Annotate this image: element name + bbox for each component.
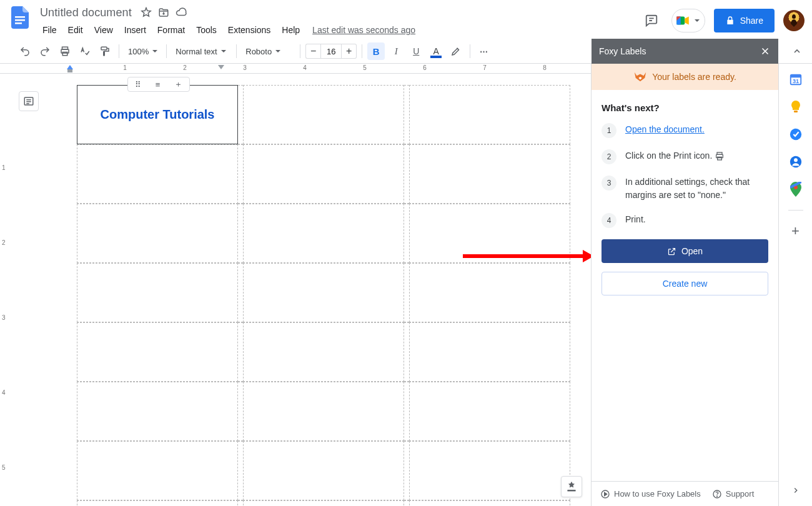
maps-app-icon[interactable] xyxy=(789,182,803,196)
bold-button[interactable]: B xyxy=(367,42,385,60)
menu-extensions[interactable]: Extensions xyxy=(223,22,275,37)
svg-rect-0 xyxy=(15,16,25,18)
label-cell[interactable] xyxy=(243,144,404,204)
label-cell[interactable] xyxy=(77,322,238,382)
menu-tools[interactable]: Tools xyxy=(191,22,222,37)
docs-logo[interactable] xyxy=(7,5,32,30)
print-icon xyxy=(715,151,725,161)
menu-format[interactable]: Format xyxy=(152,22,190,37)
label-cell[interactable] xyxy=(77,500,238,506)
label-cell[interactable] xyxy=(243,322,404,382)
document-outline-button[interactable] xyxy=(19,91,39,111)
play-circle-icon xyxy=(600,489,610,499)
tasks-app-icon[interactable] xyxy=(789,127,803,141)
lock-icon xyxy=(725,16,735,26)
label-cell[interactable] xyxy=(243,263,404,322)
step-2: 2 Click on the Print icon. xyxy=(602,149,768,164)
menu-view[interactable]: View xyxy=(89,22,118,37)
last-edit-link[interactable]: Last edit was seconds ago xyxy=(312,25,415,35)
panel-footer: How to use Foxy Labels Support xyxy=(592,481,778,506)
underline-button[interactable]: U xyxy=(407,42,425,60)
undo-button[interactable] xyxy=(16,42,34,60)
right-app-rail: 31 + xyxy=(778,64,812,506)
label-cell[interactable] xyxy=(77,204,238,263)
zoom-dropdown[interactable]: 100% xyxy=(124,42,161,60)
move-icon[interactable] xyxy=(158,7,169,18)
label-cell[interactable] xyxy=(77,263,238,322)
spellcheck-button[interactable] xyxy=(76,42,94,60)
share-label: Share xyxy=(740,16,763,26)
menu-edit[interactable]: Edit xyxy=(63,22,88,37)
label-cell[interactable] xyxy=(243,204,404,263)
menu-insert[interactable]: Insert xyxy=(119,22,151,37)
label-cell[interactable] xyxy=(409,500,570,506)
svg-point-16 xyxy=(716,495,717,496)
chevron-down-icon xyxy=(221,50,226,52)
more-tools-button[interactable]: ⋯ xyxy=(475,42,493,60)
label-cell[interactable]: ⠿≡＋Computer Tutorials xyxy=(77,85,238,144)
calendar-app-icon[interactable]: 31 xyxy=(789,72,803,86)
cloud-status-icon[interactable] xyxy=(176,7,187,18)
page-canvas[interactable]: ⠿≡＋Computer Tutorials xyxy=(21,74,583,506)
support-link[interactable]: Support xyxy=(712,489,755,499)
create-new-button[interactable]: Create new xyxy=(602,272,768,295)
font-size-value[interactable]: 16 xyxy=(320,44,342,59)
paragraph-style-dropdown[interactable]: Normal text xyxy=(172,42,231,60)
print-button[interactable] xyxy=(56,42,74,60)
label-cell[interactable] xyxy=(409,263,570,322)
comments-icon[interactable] xyxy=(640,9,663,32)
label-cell[interactable] xyxy=(243,441,404,500)
svg-point-23 xyxy=(794,158,798,162)
paint-format-button[interactable] xyxy=(96,42,114,60)
chevron-down-icon xyxy=(695,19,700,22)
font-size-decrease[interactable]: − xyxy=(305,44,320,59)
star-icon[interactable] xyxy=(141,7,152,18)
hide-menus-button[interactable] xyxy=(788,42,806,60)
document-title[interactable]: Untitled document xyxy=(37,5,134,21)
label-cell[interactable] xyxy=(77,441,238,500)
label-cell[interactable] xyxy=(243,85,404,144)
explore-button[interactable] xyxy=(561,476,582,497)
help-circle-icon xyxy=(712,489,722,499)
share-button[interactable]: Share xyxy=(714,9,775,32)
highlight-button[interactable] xyxy=(447,42,465,60)
contacts-app-icon[interactable] xyxy=(789,155,803,169)
vertical-ruler[interactable]: 123456 xyxy=(0,74,12,506)
menu-file[interactable]: File xyxy=(37,22,62,37)
how-to-link[interactable]: How to use Foxy Labels xyxy=(600,489,701,499)
svg-rect-1 xyxy=(15,19,25,21)
meet-button[interactable] xyxy=(671,9,705,32)
font-size-group: − 16 + xyxy=(305,44,357,59)
font-size-increase[interactable]: + xyxy=(342,44,357,59)
label-cell[interactable] xyxy=(77,382,238,441)
menu-help[interactable]: Help xyxy=(277,22,305,37)
account-avatar[interactable] xyxy=(783,10,805,31)
open-external-icon xyxy=(667,247,676,256)
hide-side-panel-button[interactable] xyxy=(789,484,803,497)
italic-button[interactable]: I xyxy=(387,42,405,60)
label-cell[interactable] xyxy=(409,322,570,382)
label-cell[interactable] xyxy=(409,85,570,144)
label-cell[interactable] xyxy=(409,144,570,204)
font-family-dropdown[interactable]: Roboto xyxy=(242,42,295,60)
redo-button[interactable] xyxy=(36,42,54,60)
label-cell[interactable] xyxy=(77,144,238,204)
label-cell[interactable] xyxy=(409,382,570,441)
label-cell[interactable] xyxy=(243,382,404,441)
label-text[interactable]: Computer Tutorials xyxy=(77,86,237,144)
label-cell[interactable] xyxy=(243,500,404,506)
open-button[interactable]: Open xyxy=(602,239,768,263)
text-color-button[interactable]: A xyxy=(427,42,445,60)
step-4: 4 Print. xyxy=(602,213,768,228)
labels-table[interactable]: ⠿≡＋Computer Tutorials xyxy=(77,85,570,506)
horizontal-ruler[interactable]: 12345678 xyxy=(0,64,591,74)
get-addons-button[interactable]: + xyxy=(789,224,803,238)
keep-app-icon[interactable] xyxy=(789,100,803,114)
chevron-down-icon xyxy=(152,50,157,52)
panel-header: Foxy Labels xyxy=(592,39,778,64)
close-icon[interactable] xyxy=(760,46,771,57)
label-cell[interactable] xyxy=(409,441,570,500)
open-document-link[interactable]: Open the document. xyxy=(625,124,705,134)
fox-icon xyxy=(633,71,647,83)
svg-rect-2 xyxy=(15,22,22,24)
